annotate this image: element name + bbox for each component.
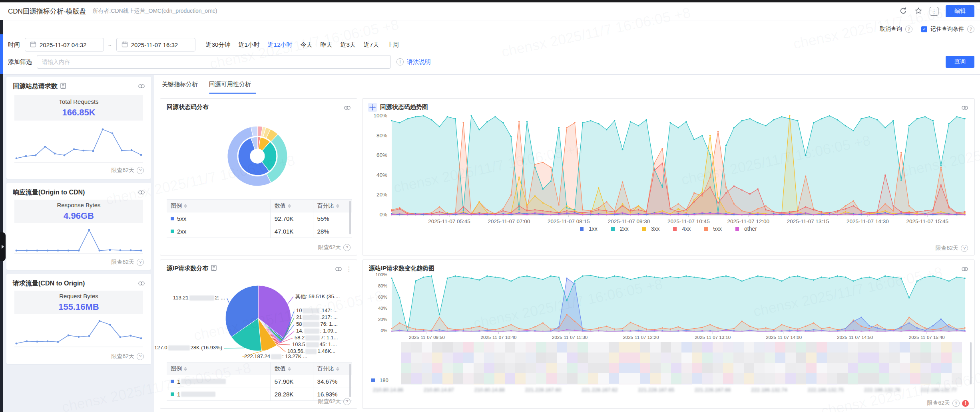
time-range-option[interactable]: 今天 — [300, 41, 312, 49]
legend-table: 图例数值百分比157.90K34.67%128.28K16.93% — [167, 362, 352, 401]
table-header-cell[interactable]: 百分比 — [313, 362, 352, 375]
help-icon[interactable]: ? — [967, 26, 974, 33]
refresh-icon[interactable] — [899, 7, 907, 16]
limit-note: 限查62天 — [318, 244, 341, 251]
x-axis-label: 2025-11-07 13:15 — [774, 218, 842, 224]
censored-ip-label: 221.228.167.60 — [525, 387, 561, 393]
censored-text — [304, 329, 319, 334]
y-axis-label: 80% — [366, 283, 387, 288]
panel-source-ip-distribution: 源IP请求数分布 ⋮ 113.212: ...127.028K (16.93%)… — [160, 259, 357, 409]
stat-label: Request Bytes — [59, 293, 98, 299]
time-range-option[interactable]: 上周 — [387, 41, 399, 49]
cancel-query-link[interactable]: 取消查询 — [880, 26, 902, 33]
x-axis-label: 2025-11-07 07:00 — [475, 218, 543, 224]
card-title: 响应流量(Origin to CDN) — [13, 188, 85, 197]
table-header-cell[interactable]: 数值 — [271, 200, 313, 212]
start-date-input[interactable]: 2025-11-07 04:32 — [25, 38, 104, 52]
status-trend-chart[interactable]: 2025-11-07 05:452025-11-07 07:002025-11-… — [366, 115, 970, 234]
censored-text — [303, 315, 319, 320]
time-range-option[interactable]: 近3天 — [340, 41, 355, 49]
edit-button[interactable]: 编辑 — [946, 5, 974, 17]
table-header-cell[interactable]: 数值 — [271, 362, 313, 375]
table-row[interactable]: 157.90K34.67% — [167, 375, 352, 388]
info-icon[interactable]: i — [396, 58, 404, 65]
filter-label: 添加筛选 — [8, 58, 32, 66]
search-button[interactable]: 查询 — [946, 56, 974, 68]
page-owner: 所有者:CDN线上运营_OMC(cdn_production_omc) — [93, 8, 217, 15]
link-icon[interactable] — [335, 265, 343, 274]
card-title: 回源站总请求数 — [13, 82, 58, 91]
panel-scrollbar[interactable] — [970, 342, 972, 384]
panel-title: 源站IP请求数变化趋势图 — [369, 265, 434, 272]
tab-key-metrics[interactable]: 关键指标分析 — [162, 81, 198, 88]
legend-item[interactable]: 2xx — [611, 226, 629, 232]
stat-box: Request Bytes 155.16MB — [14, 291, 143, 314]
link-icon[interactable] — [137, 82, 145, 91]
legend-item[interactable]: 4xx — [673, 226, 691, 232]
censored-ip-label: 210.80.14.87 — [424, 387, 454, 393]
stat-box: Response Bytes 4.96GB — [14, 200, 143, 223]
filter-input[interactable] — [37, 55, 391, 69]
table-row[interactable]: 5xx92.70K55% — [167, 212, 352, 225]
censored-ip-label: 222.186.132.74 — [751, 387, 787, 393]
kebab-menu-icon[interactable]: ⋮ — [346, 265, 352, 273]
help-icon[interactable]: ? — [343, 398, 351, 405]
legend-item[interactable]: 3xx — [642, 226, 660, 232]
error-badge[interactable]: ! — [962, 400, 969, 407]
remember-label: 记住查询条件 — [930, 26, 964, 33]
table-scrollbar[interactable] — [349, 201, 351, 234]
help-icon[interactable]: ? — [905, 26, 912, 33]
table-header-cell[interactable]: 图例 — [167, 362, 271, 375]
date-separator: ~ — [108, 42, 112, 48]
x-axis-label: 2025-11-07 10:40 — [465, 335, 533, 340]
time-range-option[interactable]: 昨天 — [320, 41, 332, 49]
pie-label: 103.545: 1.... — [292, 341, 337, 347]
remember-checkbox[interactable]: ✓ — [921, 26, 927, 32]
pie-label: 58.27: 1.1... — [295, 335, 338, 341]
link-icon[interactable] — [137, 188, 145, 198]
more-menu-icon[interactable]: ⋮ — [930, 7, 938, 16]
help-icon[interactable]: ? — [137, 259, 144, 266]
star-icon[interactable] — [914, 7, 922, 16]
table-row[interactable]: 2xx47.01K28% — [167, 225, 352, 238]
source-ip-pie-chart[interactable]: 113.212: ...127.028K (16.93%)222.187.24:… — [160, 274, 357, 360]
x-axis-label: 2025-11-07 13:10 — [679, 335, 747, 340]
help-icon[interactable]: ? — [952, 400, 960, 407]
start-date-value: 2025-11-07 04:32 — [40, 42, 86, 48]
censored-text — [181, 392, 215, 397]
legend-item-180[interactable]: 180 — [371, 377, 388, 383]
status-donut-chart[interactable] — [193, 115, 321, 195]
x-axis-label: 2025-11-07 11:30 — [536, 335, 604, 340]
link-icon[interactable] — [343, 104, 351, 113]
syntax-help-link[interactable]: 语法说明 — [407, 58, 431, 66]
table-header-cell[interactable]: 百分比 — [313, 200, 352, 212]
help-icon[interactable]: ? — [137, 353, 144, 360]
help-icon[interactable]: ? — [961, 245, 968, 252]
help-icon[interactable]: ? — [343, 244, 351, 251]
legend-item[interactable]: other — [735, 226, 757, 232]
time-range-option[interactable]: 近12小时 — [268, 41, 293, 49]
end-date-input[interactable]: 2025-11-07 16:32 — [116, 38, 195, 52]
move-icon[interactable] — [368, 103, 377, 112]
help-icon[interactable]: ? — [137, 167, 144, 174]
sidebar-expand-tab[interactable] — [0, 232, 6, 261]
y-axis-label: 60% — [366, 152, 387, 158]
link-icon[interactable] — [961, 104, 969, 113]
doc-icon[interactable] — [211, 265, 217, 272]
time-range-option[interactable]: 近30分钟 — [206, 41, 231, 49]
table-header-cell[interactable]: 图例 — [167, 200, 271, 212]
tab-origin-availability[interactable]: 回源可用性分析 — [209, 81, 251, 88]
panel-title: 源IP请求数分布 — [167, 265, 208, 272]
doc-icon[interactable] — [60, 83, 66, 91]
time-range-option[interactable]: 近7天 — [364, 41, 379, 49]
time-range-option[interactable]: 近1小时 — [238, 41, 259, 49]
table-scrollbar[interactable] — [349, 364, 351, 397]
stat-value: 166.85K — [62, 107, 95, 118]
censored-ip-label: 221.228.167.62 — [582, 387, 617, 393]
link-icon[interactable] — [961, 265, 969, 274]
censored-legend-area — [401, 342, 962, 384]
legend-item[interactable]: 1xx — [580, 226, 598, 232]
censored-ip-label: 222.186.132.76 — [864, 387, 900, 393]
legend-item[interactable]: 5xx — [704, 226, 722, 232]
link-icon[interactable] — [137, 279, 145, 289]
